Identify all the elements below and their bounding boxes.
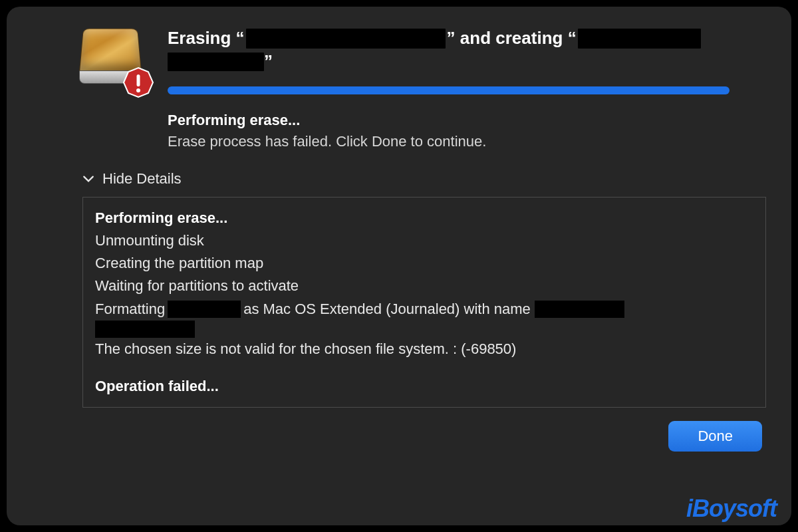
svg-rect-1 bbox=[137, 74, 140, 86]
log-error-line: The chosen size is not valid for the cho… bbox=[95, 338, 753, 360]
dialog-header: Erasing “ ” and creating “ ” Performing … bbox=[24, 24, 774, 150]
dialog-title: Erasing “ ” and creating “ bbox=[168, 27, 774, 50]
error-badge-icon bbox=[122, 66, 154, 98]
redacted-source-name bbox=[246, 29, 446, 49]
erase-dialog: Erasing “ ” and creating “ ” Performing … bbox=[7, 7, 791, 525]
details-log: Performing erase... Unmounting disk Crea… bbox=[82, 197, 766, 408]
details-toggle[interactable]: Hide Details bbox=[82, 170, 182, 188]
chevron-down-icon bbox=[82, 173, 94, 185]
redacted-disk-id bbox=[168, 301, 241, 318]
drive-icon bbox=[77, 24, 150, 97]
done-button[interactable]: Done bbox=[668, 421, 762, 452]
log-heading: Performing erase... bbox=[95, 207, 753, 229]
log-operation-failed: Operation failed... bbox=[95, 375, 753, 398]
log-line: Creating the partition map bbox=[95, 252, 753, 275]
redacted-target-name-part2 bbox=[168, 53, 264, 71]
log-text: Formatting bbox=[95, 298, 165, 321]
details-toggle-label: Hide Details bbox=[102, 170, 182, 188]
log-line-name-cont bbox=[95, 321, 753, 338]
log-line: Unmounting disk bbox=[95, 229, 753, 252]
log-text: as Mac OS Extended (Journaled) with name bbox=[243, 298, 531, 321]
progress-bar bbox=[168, 86, 730, 94]
dialog-title-line2: ” bbox=[168, 50, 774, 73]
button-row: Done bbox=[24, 421, 762, 452]
redacted-target-name-part1 bbox=[578, 29, 701, 49]
watermark: iBoysoft bbox=[686, 495, 777, 523]
redacted-vol-name-part1 bbox=[535, 301, 624, 318]
title-suffix: ” bbox=[264, 50, 273, 73]
title-mid: ” and creating “ bbox=[447, 27, 577, 50]
status-block: Performing erase... Erase process has fa… bbox=[168, 112, 774, 150]
log-line: Waiting for partitions to activate bbox=[95, 275, 753, 297]
log-line-formatting: Formatting as Mac OS Extended (Journaled… bbox=[95, 298, 753, 321]
status-message: Erase process has failed. Click Done to … bbox=[168, 133, 774, 150]
svg-point-2 bbox=[136, 88, 140, 92]
redacted-vol-name-part2 bbox=[95, 321, 195, 338]
title-prefix: Erasing “ bbox=[168, 27, 245, 50]
status-heading: Performing erase... bbox=[168, 112, 774, 129]
header-text-block: Erasing “ ” and creating “ ” Performing … bbox=[168, 24, 774, 150]
